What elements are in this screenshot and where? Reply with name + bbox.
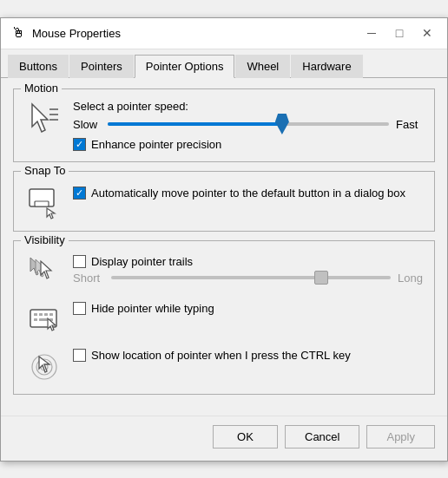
svg-rect-11 [34, 313, 37, 316]
title-bar-left: 🖱 Mouse Properties [11, 25, 121, 41]
apply-button[interactable]: Apply [366, 425, 435, 449]
checkmark-icon: ✓ [76, 140, 83, 149]
snap-to-icon [24, 182, 63, 220]
hide-pointer-label: Hide pointer while typing [91, 302, 214, 315]
motion-controls: Select a pointer speed: Slow Fast ✓ [73, 100, 424, 151]
trails-label: Display pointer trails [91, 255, 193, 268]
tab-content: Motion Select a pointer speed: Sl [1, 78, 447, 416]
snap-to-label: Automatically move pointer to the defaul… [91, 186, 424, 201]
motion-group: Motion Select a pointer speed: Sl [13, 88, 435, 162]
hide-pointer-checkbox[interactable] [73, 302, 86, 315]
ok-button[interactable]: OK [213, 425, 278, 449]
svg-rect-16 [39, 318, 48, 321]
trails-checkbox-row[interactable]: Display pointer trails [73, 255, 424, 268]
close-button[interactable]: ✕ [414, 23, 440, 43]
svg-rect-14 [49, 313, 53, 316]
fast-label: Fast [396, 118, 424, 131]
snap-to-checkbox[interactable]: ✓ [73, 187, 86, 200]
trails-slider-track [111, 276, 391, 279]
title-bar-controls: ─ □ ✕ [359, 23, 440, 43]
tab-wheel[interactable]: Wheel [235, 55, 290, 78]
svg-marker-6 [47, 208, 55, 219]
speed-label: Select a pointer speed: [73, 100, 424, 113]
window-title: Mouse Properties [32, 27, 121, 40]
show-location-icon [24, 345, 63, 383]
window-icon: 🖱 [11, 25, 25, 41]
visibility-group-label: Visibility [21, 233, 69, 246]
short-label: Short [73, 272, 104, 285]
motion-group-label: Motion [21, 82, 62, 95]
cancel-button[interactable]: Cancel [285, 425, 359, 449]
svg-rect-15 [34, 318, 37, 321]
snap-to-group: Snap To ✓ Automatically move pointe [13, 171, 435, 232]
visibility-inner: Display pointer trails Short Long [24, 252, 424, 383]
trails-row: Display pointer trails Short Long [24, 252, 424, 290]
hide-pointer-checkbox-row[interactable]: Hide pointer while typing [73, 302, 214, 315]
tab-hardware[interactable]: Hardware [291, 55, 362, 78]
svg-marker-0 [32, 104, 48, 132]
bottom-bar: OK Cancel Apply [1, 416, 447, 461]
motion-icon [24, 100, 63, 138]
speed-slider-track[interactable] [108, 122, 389, 126]
enhance-precision-row[interactable]: ✓ Enhance pointer precision [73, 138, 424, 151]
trails-slider-thumb [314, 271, 328, 285]
tab-bar: Buttons Pointers Pointer Options Wheel H… [1, 49, 447, 78]
snap-checkmark-icon: ✓ [76, 188, 83, 198]
trails-icon [24, 252, 63, 290]
mouse-properties-window: 🖱 Mouse Properties ─ □ ✕ Buttons Pointer… [0, 17, 448, 462]
enhance-precision-checkbox[interactable]: ✓ [73, 138, 86, 151]
long-label: Long [398, 272, 424, 285]
enhance-precision-label: Enhance pointer precision [91, 138, 221, 151]
tab-pointer-options[interactable]: Pointer Options [135, 55, 235, 78]
snap-to-inner: ✓ Automatically move pointer to the defa… [24, 182, 424, 220]
minimize-button[interactable]: ─ [359, 23, 385, 43]
trails-controls: Display pointer trails Short Long [73, 252, 424, 285]
show-location-row: Show location of pointer when I press th… [24, 345, 424, 383]
maximize-button[interactable]: □ [386, 23, 412, 43]
motion-inner: Select a pointer speed: Slow Fast ✓ [24, 100, 424, 151]
speed-slider-thumb[interactable] [275, 114, 289, 134]
hide-pointer-icon [24, 298, 63, 337]
slow-label: Slow [73, 118, 101, 131]
show-location-checkbox-row[interactable]: Show location of pointer when I press th… [73, 349, 351, 362]
tab-pointers[interactable]: Pointers [69, 55, 134, 78]
svg-rect-12 [39, 313, 43, 316]
svg-rect-13 [44, 313, 48, 316]
trails-checkbox[interactable] [73, 255, 86, 268]
show-location-checkbox[interactable] [73, 349, 86, 362]
show-location-label: Show location of pointer when I press th… [91, 349, 351, 362]
tab-buttons[interactable]: Buttons [8, 55, 69, 78]
snap-to-row[interactable]: ✓ Automatically move pointer to the defa… [73, 186, 424, 201]
trails-slider-row: Short Long [73, 272, 424, 285]
speed-slider-fill [108, 122, 282, 126]
title-bar: 🖱 Mouse Properties ─ □ ✕ [1, 18, 447, 49]
svg-rect-5 [35, 201, 49, 206]
hide-pointer-row: Hide pointer while typing [24, 298, 424, 337]
speed-slider-row: Slow Fast [73, 118, 424, 131]
visibility-group: Visibility Di [13, 240, 435, 395]
snap-to-group-label: Snap To [21, 164, 69, 177]
